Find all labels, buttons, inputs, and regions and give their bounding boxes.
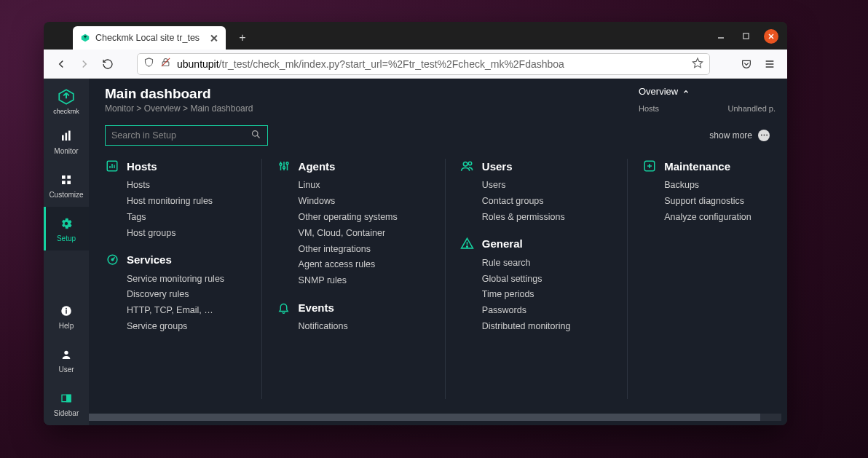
setup-link[interactable]: Rule search bbox=[482, 257, 612, 269]
setup-link[interactable]: Tags bbox=[127, 211, 247, 224]
bell-icon bbox=[277, 300, 291, 315]
svg-rect-16 bbox=[67, 175, 71, 179]
overview-toggle[interactable]: Overview bbox=[639, 86, 776, 97]
sidebar-label: Monitor bbox=[54, 147, 78, 155]
sidebar-label: Setup bbox=[57, 234, 76, 242]
sidebar-label: Help bbox=[59, 322, 74, 330]
category-title: General bbox=[482, 237, 523, 250]
setup-link[interactable]: Other integrations bbox=[299, 243, 430, 256]
close-window-button[interactable] bbox=[764, 29, 778, 44]
category-title: Services bbox=[127, 253, 172, 266]
checkmk-favicon bbox=[80, 33, 90, 43]
svg-point-33 bbox=[111, 258, 113, 260]
sidebar-item-customize[interactable]: Customize bbox=[44, 163, 89, 207]
setup-link[interactable]: Host monitoring rules bbox=[127, 195, 247, 208]
forward-button[interactable] bbox=[76, 55, 93, 73]
category-title: Users bbox=[482, 160, 513, 173]
minimize-button[interactable] bbox=[714, 29, 727, 42]
setup-link[interactable]: Roles & permissions bbox=[482, 211, 612, 224]
browser-tab[interactable]: Checkmk Local site tr_tes bbox=[73, 26, 226, 50]
setup-link[interactable]: Time periods bbox=[482, 288, 612, 301]
setup-link[interactable]: Analyze configuration bbox=[664, 211, 757, 224]
close-tab-icon[interactable] bbox=[209, 33, 218, 43]
setup-link[interactable]: Users bbox=[482, 179, 612, 192]
setup-category: EventsNotifications bbox=[277, 300, 430, 333]
overview-col-unhandled: Unhandled p. bbox=[728, 104, 776, 113]
chart-icon bbox=[105, 159, 119, 173]
sidebar-item-help[interactable]: Help bbox=[44, 294, 89, 338]
sidebar-item-sidebar[interactable]: Sidebar bbox=[44, 382, 89, 425]
setup-content: show more ⋯ HostsHostsHost monitoring ru… bbox=[89, 118, 787, 425]
breadcrumbs: Monitor > Overview > Main dashboard bbox=[105, 103, 253, 114]
breadcrumb-item[interactable]: Overview bbox=[144, 103, 181, 114]
svg-rect-15 bbox=[62, 175, 66, 179]
setup-category: AgentsLinuxWindowsOther operating system… bbox=[277, 159, 430, 287]
search-icon[interactable] bbox=[250, 129, 261, 143]
setup-search-input[interactable] bbox=[111, 130, 250, 141]
svg-rect-20 bbox=[66, 309, 67, 313]
breadcrumb-item[interactable]: Monitor bbox=[105, 103, 134, 114]
pocket-icon[interactable] bbox=[738, 55, 755, 73]
breadcrumb-item: Main dashboard bbox=[190, 103, 253, 114]
star-icon[interactable] bbox=[692, 57, 703, 71]
url-box[interactable]: ubuntupit/tr_test/check_mk/index.py?star… bbox=[137, 53, 710, 75]
browser-window: Checkmk Local site tr_tes + ubuntupit/tr… bbox=[44, 22, 787, 425]
app-logo[interactable]: checkmk bbox=[44, 83, 89, 119]
back-button[interactable] bbox=[52, 55, 70, 73]
reload-button[interactable] bbox=[99, 55, 117, 73]
setup-link[interactable]: Passwords bbox=[482, 304, 612, 317]
setup-link[interactable]: Distributed monitoring bbox=[482, 320, 612, 333]
sidebar-label: User bbox=[58, 366, 74, 374]
sidebar-item-monitor[interactable]: Monitor bbox=[44, 119, 89, 163]
hamburger-menu-icon[interactable] bbox=[761, 55, 778, 73]
setup-category: UsersUsersContact groupsRoles & permissi… bbox=[460, 159, 612, 224]
chevron-up-icon bbox=[682, 88, 690, 95]
setup-link[interactable]: Service groups bbox=[127, 320, 247, 333]
warning-icon bbox=[460, 237, 475, 251]
setup-link[interactable]: HTTP, TCP, Email, … bbox=[127, 304, 247, 317]
maximize-button[interactable] bbox=[739, 29, 752, 42]
setup-link[interactable]: Discovery rules bbox=[127, 288, 247, 301]
horizontal-scrollbar[interactable] bbox=[89, 414, 781, 421]
setup-column: AgentsLinuxWindowsOther operating system… bbox=[277, 159, 445, 399]
setup-link[interactable]: Global settings bbox=[482, 273, 612, 285]
shield-icon[interactable] bbox=[143, 57, 154, 71]
sidebar-item-setup[interactable]: Setup bbox=[44, 207, 89, 250]
scrollbar-thumb[interactable] bbox=[89, 414, 760, 421]
svg-point-41 bbox=[469, 162, 472, 165]
setup-column: MaintenanceBackupsSupport diagnosticsAna… bbox=[642, 159, 771, 399]
setup-link[interactable]: Other operating systems bbox=[299, 211, 430, 224]
sidebar-item-user[interactable]: User bbox=[44, 338, 89, 382]
setup-link[interactable]: Backups bbox=[664, 179, 757, 192]
svg-point-26 bbox=[253, 130, 259, 136]
setup-link[interactable]: Support diagnostics bbox=[664, 195, 757, 208]
setup-category: ServicesService monitoring rulesDiscover… bbox=[105, 253, 247, 333]
svg-rect-25 bbox=[67, 395, 71, 401]
svg-rect-2 bbox=[743, 33, 748, 38]
show-more-button[interactable]: show more ⋯ bbox=[709, 130, 770, 141]
sidebar-label: Sidebar bbox=[54, 409, 79, 417]
setup-category: HostsHostsHost monitoring rulesTagsHost … bbox=[105, 159, 247, 240]
new-tab-button[interactable]: + bbox=[233, 28, 252, 47]
setup-link[interactable]: Host groups bbox=[127, 227, 247, 240]
setup-link[interactable]: Linux bbox=[299, 179, 430, 192]
svg-rect-18 bbox=[67, 181, 71, 184]
address-bar: ubuntupit/tr_test/check_mk/index.py?star… bbox=[44, 50, 787, 79]
setup-link[interactable]: SNMP rules bbox=[299, 275, 430, 287]
main-area: Main dashboard Monitor > Overview > Main… bbox=[89, 79, 787, 425]
info-icon bbox=[58, 303, 74, 319]
setup-link[interactable]: Hosts bbox=[127, 179, 247, 192]
setup-search-box[interactable] bbox=[105, 125, 268, 146]
users-icon bbox=[460, 159, 475, 173]
setup-link[interactable]: Service monitoring rules bbox=[127, 273, 247, 285]
setup-link[interactable]: Contact groups bbox=[482, 195, 612, 208]
plus-icon bbox=[642, 159, 657, 173]
url-text: ubuntupit/tr_test/check_mk/index.py?star… bbox=[177, 58, 686, 70]
app-viewport: checkmk Monitor Customize Setup Help U bbox=[44, 79, 787, 425]
category-title: Maintenance bbox=[664, 160, 730, 173]
setup-link[interactable]: VM, Cloud, Container bbox=[299, 227, 430, 240]
setup-link[interactable]: Notifications bbox=[299, 320, 430, 333]
lock-warning-icon[interactable] bbox=[160, 57, 171, 71]
setup-link[interactable]: Agent access rules bbox=[299, 258, 430, 271]
setup-link[interactable]: Windows bbox=[299, 195, 430, 208]
